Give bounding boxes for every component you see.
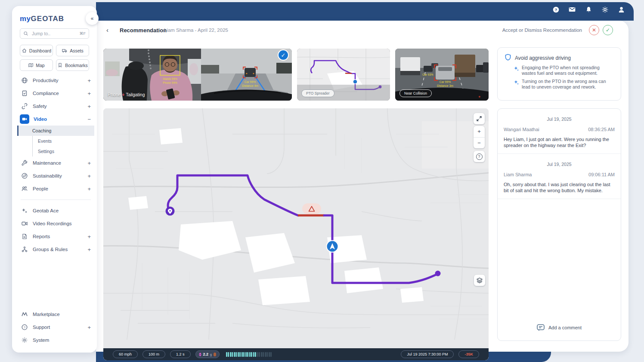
- hierarchy-icon: [21, 245, 28, 253]
- selected-check-badge[interactable]: ✓: [278, 49, 289, 61]
- expand-plus-icon[interactable]: +: [87, 186, 91, 192]
- svg-text:?: ?: [554, 7, 557, 12]
- plus-separator: +: [122, 92, 124, 97]
- sidebar-item-productivity[interactable]: Productivity +: [17, 74, 94, 87]
- sidebar-divider: [21, 199, 91, 200]
- map-help-button[interactable]: ?: [474, 151, 485, 162]
- sidebar-item-compliance[interactable]: Compliance +: [17, 87, 94, 100]
- accept-recommendation-button[interactable]: ✓: [603, 25, 613, 35]
- sidebar-item-system[interactable]: System: [17, 334, 94, 347]
- account-person-icon[interactable]: [617, 6, 625, 13]
- gforce-value: 2.2: [203, 352, 209, 356]
- route-end-dot: [435, 271, 441, 276]
- map-layers-button[interactable]: [474, 275, 485, 286]
- expand-plus-icon[interactable]: +: [87, 173, 91, 179]
- mail-icon[interactable]: [568, 6, 576, 13]
- dismiss-recommendation-button[interactable]: ✕: [589, 25, 599, 35]
- quick-button-dashboard[interactable]: Dashboard: [20, 45, 53, 56]
- topbar-icons: ?: [552, 6, 625, 13]
- sidebar-item-video[interactable]: Video −: [17, 113, 94, 126]
- sparkle-icon: [514, 65, 519, 76]
- vehicle-position-marker[interactable]: [327, 241, 338, 252]
- globe-icon: [21, 77, 28, 84]
- gforce-unit: g: [210, 353, 212, 356]
- zoom-control[interactable]: + −: [474, 126, 485, 148]
- recommendation-card: Avoid aggressive driving Engaging the PT…: [497, 47, 621, 101]
- quick-button-bookmarks[interactable]: Bookmarks: [56, 59, 89, 71]
- road-overlay-line2: Distance 4m: [242, 84, 258, 87]
- distance-badge: 100 m: [142, 350, 165, 358]
- recommendation-bullet: Engaging the PTO when not spreading wast…: [514, 65, 615, 76]
- expand-plus-icon[interactable]: +: [87, 160, 91, 166]
- sidebar-item-groups-rules[interactable]: Groups & Rules +: [17, 243, 94, 256]
- expand-plus-icon[interactable]: +: [87, 77, 91, 84]
- thumbnail-near-collision-cam[interactable]: Car 93% Car 99% Distance 3m Near Collisi…: [395, 49, 489, 101]
- search-input[interactable]: [31, 31, 77, 37]
- fullscreen-expand-button[interactable]: [474, 113, 485, 124]
- route-map[interactable]: + − ? 60 mph 100 m 1.2 s 2.2 g: [103, 108, 489, 360]
- timestamp-badge: Jul 19 2025 7:30:00 PM: [401, 350, 454, 358]
- sidebar-item-geotab-ace[interactable]: Geotab Ace: [17, 204, 94, 217]
- route-warning-badge[interactable]: [302, 203, 321, 214]
- zoom-out-button[interactable]: −: [474, 138, 485, 149]
- video-camera-icon: [20, 114, 29, 124]
- sidebar-item-safety[interactable]: Safety +: [17, 100, 94, 113]
- link-chain-icon: [21, 102, 28, 110]
- main-content-card: ‹ Recommendation Liam Sharma - April 22,…: [96, 21, 629, 352]
- gforce-gauge: 2.2 g: [195, 350, 220, 358]
- sidebar-item-marketplace[interactable]: Marketplace: [17, 308, 94, 321]
- sidebar-item-people[interactable]: People +: [17, 182, 94, 195]
- help-icon[interactable]: ?: [552, 6, 560, 13]
- sidebar-item-reports[interactable]: Reports +: [17, 230, 94, 243]
- home-icon: [22, 48, 27, 53]
- message-time: 08:36:25 AM: [588, 127, 615, 132]
- route-start-pin[interactable]: [166, 207, 175, 216]
- sidebar-collapse-button[interactable]: «: [86, 12, 99, 25]
- sidebar-subitem-coaching[interactable]: Coaching: [17, 126, 94, 136]
- search-shortcut-hint: ⌘F: [80, 31, 86, 36]
- question-circle-icon: ?: [21, 323, 28, 331]
- message-time: 09:06:11 AM: [588, 172, 615, 177]
- settings-gear-icon[interactable]: [601, 6, 609, 13]
- marketplace-icon: [21, 310, 28, 318]
- thumbnail-driver-cam[interactable]: Hands 99% Phone 99% Phone + Tailgating: [103, 49, 201, 101]
- comment-icon: [537, 324, 545, 331]
- sidebar-subitem-settings[interactable]: Settings: [17, 146, 94, 156]
- sidebar-item-video-recordings[interactable]: Video Recordings: [17, 217, 94, 230]
- collapse-minus-icon[interactable]: −: [87, 116, 91, 123]
- quick-button-map[interactable]: Map: [20, 59, 53, 71]
- sidebar-item-support[interactable]: ? Support +: [17, 321, 94, 334]
- notifications-bell-icon[interactable]: [585, 6, 592, 13]
- message-text: Oh, sorry about that. I was just clearin…: [504, 181, 615, 193]
- expand-plus-icon[interactable]: +: [87, 90, 91, 97]
- sparkles-icon: [21, 207, 28, 215]
- playback-segments[interactable]: [224, 352, 274, 357]
- video-camera-outline-icon: [21, 220, 28, 227]
- expand-plus-icon[interactable]: +: [87, 246, 91, 253]
- mygeotab-logo[interactable]: myGEOTAB: [20, 15, 64, 23]
- road-overlay-line1: Car 99%: [245, 80, 256, 83]
- gear-icon: [21, 336, 28, 344]
- gforce-peak-indicator: [214, 353, 216, 356]
- jump-to-search[interactable]: ⌘F: [20, 28, 89, 39]
- message-date: Jul 19, 2025: [504, 117, 615, 122]
- playback-toolbar: 60 mph 100 m 1.2 s 2.2 g Jul 19 2025 7:3…: [103, 348, 489, 360]
- sidebar-subitem-events[interactable]: Events: [17, 136, 94, 146]
- sidebar-item-maintenance[interactable]: Maintenance +: [17, 156, 94, 169]
- highway-overlay-left: Car 93%: [422, 73, 433, 76]
- add-comment-button[interactable]: Add a comment: [498, 324, 621, 331]
- quick-button-assets[interactable]: Assets: [56, 45, 89, 56]
- event-label-near-collision: Near Collision: [399, 89, 432, 97]
- sidebar-item-sustainability[interactable]: Sustainability +: [17, 169, 94, 182]
- recommendation-bullet-text: Engaging the PTO when not spreading wast…: [522, 65, 615, 76]
- expand-plus-icon[interactable]: +: [87, 103, 91, 110]
- expand-plus-icon[interactable]: +: [87, 233, 91, 240]
- duration-badge: 1.2 s: [170, 350, 191, 358]
- thumbnail-pto-map[interactable]: PTO Spreader: [297, 49, 390, 101]
- zoom-in-button[interactable]: +: [474, 126, 485, 138]
- back-button[interactable]: ‹: [106, 26, 108, 34]
- map-canvas: [103, 108, 489, 340]
- comments-panel: Jul 19, 2025 Wangari Maathai 08:36:25 AM…: [497, 108, 621, 341]
- wrench-icon: [21, 159, 28, 167]
- expand-plus-icon[interactable]: +: [87, 324, 91, 331]
